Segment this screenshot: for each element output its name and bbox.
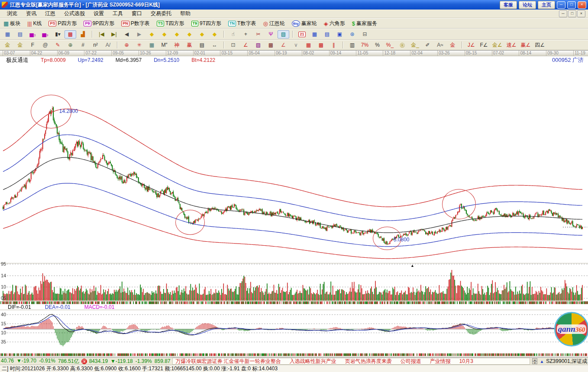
marker-pen-icon[interactable]: ✎ <box>52 41 64 49</box>
menu-item[interactable]: 资讯 <box>22 10 41 17</box>
blocks-button[interactable]: ▦板块 <box>2 19 22 28</box>
nine-t-square-button[interactable]: T99T四方形 <box>190 19 223 28</box>
menu-item[interactable]: 工具 <box>108 10 127 17</box>
gann-gold-square2-icon[interactable]: 金 <box>14 41 26 49</box>
red-grid2-icon[interactable]: ▩ <box>315 41 327 49</box>
mdi-close-icon[interactable]: × <box>577 10 585 17</box>
crosshair-tool-icon[interactable]: + <box>240 30 252 38</box>
menu-item[interactable]: 帮助 <box>176 10 195 17</box>
close-icon[interactable]: × <box>578 1 586 9</box>
compress-vertical-icon[interactable]: ◆ <box>209 30 220 38</box>
expand-horizontal-icon[interactable]: ◆ <box>171 30 183 38</box>
spiral-icon[interactable]: @ <box>39 41 51 49</box>
p-square-button[interactable]: PSP四方形 <box>47 19 78 28</box>
speed-angle-icon[interactable]: 速∠ <box>505 41 518 49</box>
calendar-icon[interactable]: 21 <box>296 31 308 38</box>
cut-tool-icon[interactable]: ✂ <box>252 30 264 38</box>
angle-lines-icon[interactable]: ∠ <box>278 41 289 49</box>
ink-pen-icon[interactable]: ✐ <box>422 41 433 49</box>
gold-red-icon[interactable]: 金 <box>447 41 459 49</box>
gann-circle-icon[interactable]: ⊕ <box>65 41 76 49</box>
candle-period-icon[interactable]: ▮▾ <box>52 30 64 38</box>
homepage-button[interactable]: 主页 <box>538 1 555 9</box>
next-icon[interactable]: ▶ <box>133 30 145 38</box>
hexagon-button[interactable]: ◈六角形 <box>322 19 347 28</box>
percent-line-icon[interactable]: %_ <box>384 41 396 49</box>
news-headline[interactable]: 公司报道 <box>401 358 421 365</box>
gann-gold-square-icon[interactable]: 金 <box>2 41 13 49</box>
zoom-right-icon[interactable]: ◆ <box>158 30 170 38</box>
four-angle-icon[interactable]: 四∠ <box>533 41 546 49</box>
stretch-tool-icon[interactable]: ▩ <box>65 30 76 38</box>
box-tool-icon[interactable]: ⊡ <box>227 41 239 49</box>
red-target-icon[interactable]: ⊕ <box>121 41 132 49</box>
customer-service-button[interactable]: 客服 <box>500 1 517 9</box>
news-headline[interactable]: 产业情报 <box>430 358 451 365</box>
slash-lines-icon[interactable]: ∥ <box>328 41 339 49</box>
menu-item[interactable]: 江恩 <box>41 10 60 17</box>
color-histogram-icon[interactable]: ▟ <box>77 30 89 38</box>
compress-horizontal-icon[interactable]: ◆ <box>184 30 195 38</box>
menu-item[interactable]: 窗口 <box>127 10 146 17</box>
percent-icon[interactable]: % <box>372 41 383 49</box>
box-web-icon[interactable]: ▩ <box>265 41 277 49</box>
menu-item[interactable]: 浏览 <box>3 10 22 17</box>
shen-tool-icon[interactable]: 神 <box>171 41 183 49</box>
p-number-table-button[interactable]: PNP数字表 <box>120 19 152 28</box>
bars-9-icon[interactable]: ▅₉ <box>39 30 51 38</box>
news-headline[interactable]: 页岩气热浪再度来袭 <box>345 358 392 365</box>
quote-list-icon[interactable]: ▤ <box>14 30 26 38</box>
web-grid-icon[interactable]: ▦ <box>146 41 158 49</box>
spinner-down-icon[interactable]: ▾ <box>532 361 537 364</box>
mdi-minimize-icon[interactable]: ─ <box>559 10 567 17</box>
winner-service-button[interactable]: $赢家服务 <box>350 19 379 28</box>
gold-angle-icon[interactable]: 金∠ <box>491 41 504 49</box>
t-number-table-button[interactable]: TNT数字表 <box>226 19 258 28</box>
fan-lines-icon[interactable]: ∠ <box>240 41 252 49</box>
menu-item[interactable]: 交易委托 <box>146 10 176 17</box>
minimize-icon[interactable]: ─ <box>557 1 565 9</box>
time-comb-icon[interactable]: # <box>77 41 89 49</box>
span-ruler-icon[interactable]: ↔ <box>209 41 220 49</box>
first-page-icon[interactable]: |◀ <box>96 30 107 38</box>
kline-chart-canvas[interactable] <box>0 51 588 358</box>
last-page-icon[interactable]: ▶| <box>108 30 120 38</box>
calculator-icon[interactable]: ▦ <box>309 30 320 38</box>
number-grid-icon[interactable]: ▤ <box>196 41 208 49</box>
hand-tool-icon[interactable]: ☝ <box>227 30 239 38</box>
bars-3-icon[interactable]: ▅₃ <box>27 30 39 38</box>
spinner-up-icon[interactable]: ▴ <box>532 358 537 361</box>
f-angle-icon[interactable]: F∠ <box>478 41 490 49</box>
prev-icon[interactable]: ◀ <box>121 30 132 38</box>
winner-wheel-button[interactable]: Big赢家轮 <box>290 19 319 28</box>
forum-button[interactable]: 论坛 <box>519 1 536 9</box>
wave-line-icon[interactable]: A≈ <box>434 41 446 49</box>
restore-icon[interactable]: □ <box>567 1 576 9</box>
gold-circle-icon[interactable]: ㊎ <box>397 41 408 49</box>
zoom-left-icon[interactable]: ◆ <box>146 30 158 38</box>
red-grid-icon[interactable]: ▦ <box>303 41 314 49</box>
gann-wheel-button[interactable]: ◎江恩轮 <box>261 19 286 28</box>
fibo-f-icon[interactable]: F <box>27 41 39 49</box>
nine-p-square-button[interactable]: P99P四方形 <box>82 19 116 28</box>
menu-item[interactable]: 公式选股 <box>60 10 89 17</box>
n-square-icon[interactable]: n² <box>90 41 101 49</box>
box-fan-icon[interactable]: ▨ <box>252 41 264 49</box>
wave-mark-icon[interactable]: M″ <box>158 41 170 49</box>
news-headline[interactable]: 入选战略性新兴产业 <box>290 358 336 365</box>
panel-grid-icon[interactable]: ▦ <box>2 30 13 38</box>
angle-a-icon[interactable]: A/ <box>102 41 114 49</box>
star-grid-icon[interactable]: ✳ <box>133 41 145 49</box>
gold-line-icon[interactable]: 金_ <box>409 41 421 49</box>
seven-percent-icon[interactable]: 7% <box>359 41 371 49</box>
news-headline[interactable]: 万爆冷联姻宏源证券 汇金催牛新一轮券业整合 <box>175 358 281 365</box>
save-icon[interactable]: ▣ <box>334 30 346 38</box>
j-angle-icon[interactable]: J∠ <box>465 41 477 49</box>
printer-icon[interactable]: ⊟ <box>359 30 371 38</box>
menu-item[interactable]: 设置 <box>89 10 108 17</box>
web-icon[interactable]: ⊛ <box>346 30 358 38</box>
v-lines-icon[interactable]: ∨ <box>290 41 302 49</box>
magic-tool-icon[interactable]: Ψ <box>265 30 277 38</box>
mdi-restore-icon[interactable]: □ <box>568 10 576 17</box>
news-headline[interactable]: 10月3 <box>459 358 473 365</box>
